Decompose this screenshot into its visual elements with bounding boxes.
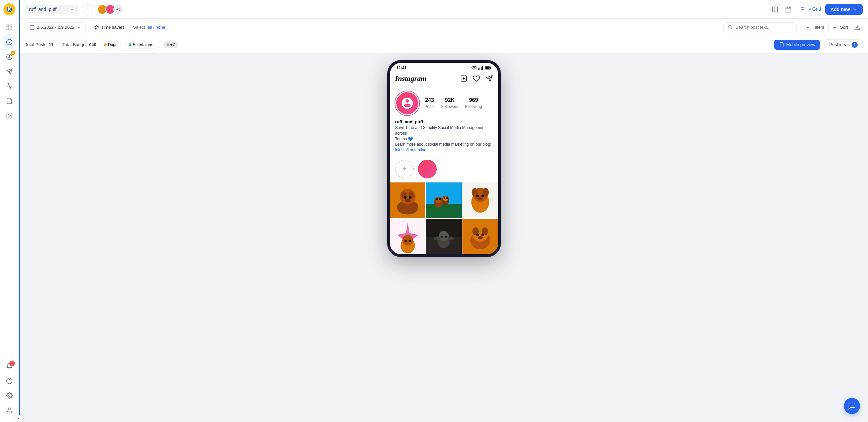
add-account-btn[interactable]: +: [83, 4, 93, 15]
svg-rect-26: [810, 8, 811, 9]
grid-cell-6[interactable]: [462, 219, 498, 255]
phone-screen: 11:41 Instagram: [390, 63, 498, 254]
svg-rect-5: [10, 28, 12, 30]
svg-point-102: [478, 236, 483, 239]
view-calendar[interactable]: [782, 3, 795, 15]
svg-point-78: [476, 194, 479, 197]
ig-stat-following: 969 Following: [465, 97, 482, 109]
sort-button[interactable]: Sort: [833, 25, 848, 30]
ig-bio: Save Time and Simplify Social Media Mana…: [395, 125, 493, 153]
mobile-preview-button[interactable]: Mobile preview: [774, 40, 820, 50]
add-new-button[interactable]: Add new: [825, 4, 863, 15]
svg-rect-3: [10, 25, 12, 27]
sidebar-item-budget[interactable]: $: [3, 50, 16, 63]
sidebar-item-dashboard[interactable]: [3, 21, 16, 34]
sidebar-item-settings[interactable]: [3, 389, 16, 402]
ig-profile-section: 243 Posts 92K Followers 969 Following: [390, 87, 498, 157]
svg-rect-64: [426, 204, 462, 218]
ig-header: Instagram: [390, 71, 498, 87]
select-label: Select: all / none: [133, 25, 165, 30]
select-all-link[interactable]: all: [148, 25, 152, 30]
search-input[interactable]: [736, 25, 789, 30]
view-grid[interactable]: Grid: [809, 3, 821, 15]
ig-profile-row: 243 Posts 92K Followers 969 Following: [395, 91, 493, 115]
topbar: ruff_and_puff + +3 Grid Add: [20, 0, 868, 19]
svg-point-69: [436, 198, 438, 200]
svg-rect-4: [7, 28, 9, 30]
ig-stories: +: [390, 157, 498, 183]
status-bar: 11:41: [390, 63, 498, 71]
notification-count: 1: [9, 361, 15, 366]
select-none-link[interactable]: none: [155, 25, 165, 30]
ig-link[interactable]: lnk.bio/kontentino: [395, 148, 426, 152]
svg-rect-29: [30, 25, 34, 29]
sidebar-item-calendar[interactable]: [3, 35, 16, 49]
post-ideas-button[interactable]: Post ideas 1: [824, 39, 863, 50]
svg-point-72: [446, 197, 448, 199]
svg-point-34: [728, 25, 732, 29]
svg-rect-49: [486, 67, 489, 69]
divider: [90, 23, 90, 31]
svg-point-91: [441, 235, 443, 237]
grid-cell-5[interactable]: [426, 219, 462, 255]
ig-avatar[interactable]: [395, 91, 419, 115]
grid-cell-2[interactable]: [426, 183, 462, 218]
svg-rect-13: [772, 7, 777, 12]
sidebar-item-media[interactable]: [3, 109, 16, 122]
sidebar-item-notifications[interactable]: 1: [3, 359, 16, 373]
tag-color: [166, 43, 169, 46]
svg-point-60: [404, 196, 407, 199]
svg-point-12: [8, 408, 10, 410]
post-stats: Total Posts: 11 | Total Budget: €40: [25, 42, 96, 47]
time-savers-button[interactable]: Time savers: [94, 25, 125, 30]
date-range-value: 2.5.2022 - 2.9.2022: [37, 25, 74, 30]
svg-rect-46: [481, 67, 482, 70]
sidebar-item-user[interactable]: [3, 403, 16, 417]
view-sidebar[interactable]: [769, 3, 781, 15]
filters-button[interactable]: Filters: [805, 25, 824, 30]
grid-label: Grid: [812, 6, 821, 12]
date-range-picker[interactable]: 2.5.2022 - 2.9.2022: [25, 22, 86, 32]
preview-area: 11:41 Instagram: [20, 54, 868, 422]
sidebar-collapse-btn[interactable]: [14, 415, 22, 422]
tag-dogs[interactable]: Dogs: [100, 41, 121, 48]
ig-story-add-circle[interactable]: +: [395, 160, 414, 178]
tag-entertainment[interactable]: Entertainm...: [125, 41, 159, 48]
svg-point-86: [409, 240, 411, 242]
grid-cell-1[interactable]: [390, 183, 426, 218]
svg-marker-33: [94, 25, 99, 29]
ig-stats: 243 Posts 92K Followers 969 Following: [425, 97, 482, 109]
sidebar-item-documents[interactable]: [3, 94, 16, 107]
account-selector[interactable]: ruff_and_puff: [25, 5, 79, 14]
sidebar: K $ 1: [0, 0, 19, 422]
tag-more[interactable]: +7: [163, 41, 178, 48]
divider: [828, 23, 829, 31]
sidebar-item-send[interactable]: [3, 65, 16, 78]
svg-point-62: [405, 198, 410, 202]
budget-badge: $: [11, 51, 16, 56]
ig-story-1[interactable]: [418, 160, 437, 178]
ig-stat-followers: 92K Followers: [441, 97, 458, 109]
app-logo[interactable]: K: [3, 3, 16, 15]
ig-stat-posts: 243 Posts: [425, 97, 435, 109]
chat-bubble[interactable]: [844, 398, 860, 414]
account-name: ruff_and_puff: [29, 7, 57, 12]
svg-point-71: [444, 197, 445, 199]
download-button[interactable]: [852, 22, 863, 33]
svg-point-11: [8, 395, 10, 397]
svg-point-90: [439, 231, 449, 241]
svg-rect-28: [810, 9, 811, 10]
avatar-group: +3: [97, 4, 123, 14]
status-icons: [471, 66, 492, 70]
sidebar-item-analytics[interactable]: [3, 79, 16, 93]
filterbar: 2.5.2022 - 2.9.2022 Time savers Select: …: [20, 19, 868, 36]
avatar-count[interactable]: +3: [113, 4, 123, 14]
ig-header-icons[interactable]: [460, 75, 493, 82]
grid-cell-4[interactable]: [390, 219, 426, 255]
ig-story-img[interactable]: [418, 160, 437, 178]
ig-story-add[interactable]: +: [395, 160, 414, 178]
sidebar-item-help[interactable]: [3, 374, 16, 388]
view-list[interactable]: [796, 3, 808, 15]
svg-point-100: [476, 233, 479, 236]
grid-cell-3[interactable]: [462, 183, 498, 218]
